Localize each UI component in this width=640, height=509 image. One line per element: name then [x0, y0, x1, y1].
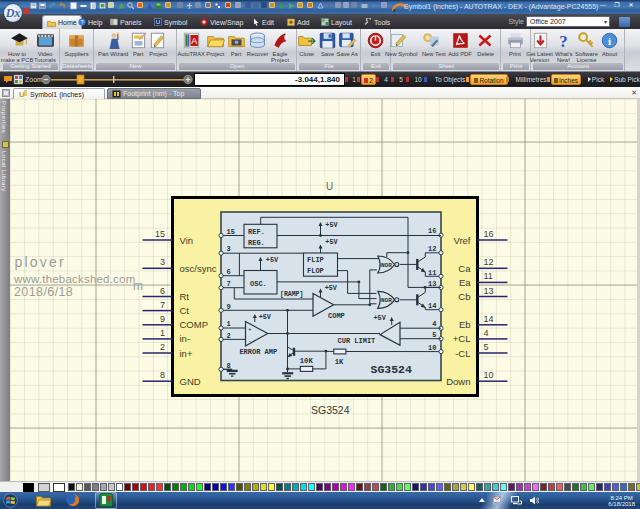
svg-text:8: 8	[227, 362, 231, 370]
svg-text:8: 8	[160, 370, 165, 380]
svg-text:GND: GND	[180, 376, 201, 387]
svg-text:4: 4	[432, 320, 436, 328]
svg-text:ERROR AMP: ERROR AMP	[239, 348, 277, 356]
svg-text:Ca: Ca	[458, 263, 471, 274]
svg-text:COMP: COMP	[328, 312, 345, 320]
svg-text:1: 1	[160, 328, 165, 338]
svg-text:16: 16	[428, 227, 436, 235]
svg-text:14: 14	[484, 314, 494, 324]
svg-text:+: +	[248, 326, 252, 333]
svg-text:2: 2	[160, 342, 165, 352]
svg-text:+CL: +CL	[453, 333, 471, 344]
svg-text:15: 15	[227, 228, 235, 236]
svg-text:16: 16	[484, 229, 494, 239]
svg-text:+5V: +5V	[325, 221, 338, 229]
svg-text:Ea: Ea	[459, 277, 471, 288]
svg-text:12: 12	[484, 257, 494, 267]
svg-text:Vin: Vin	[180, 235, 194, 246]
svg-text:9: 9	[227, 303, 231, 311]
svg-text:osc/sync: osc/sync	[180, 263, 217, 274]
svg-text:?: ?	[80, 19, 83, 25]
svg-text:11: 11	[484, 271, 493, 281]
svg-text:5: 5	[484, 342, 489, 352]
svg-text:FLOP: FLOP	[307, 267, 324, 275]
svg-text:6: 6	[160, 286, 165, 296]
svg-text:Ct: Ct	[180, 305, 190, 316]
svg-text:+5V: +5V	[374, 314, 387, 322]
svg-text:?: ?	[559, 32, 567, 50]
svg-text:13: 13	[484, 286, 494, 296]
svg-text:13: 13	[428, 280, 436, 288]
svg-text:OSC.: OSC.	[250, 280, 267, 288]
svg-text:10: 10	[428, 344, 436, 352]
svg-text:-: -	[248, 338, 252, 345]
svg-text:7: 7	[160, 300, 165, 310]
svg-text:5: 5	[432, 331, 436, 339]
svg-text:FLIP: FLIP	[307, 256, 324, 264]
svg-text:U: U	[156, 19, 160, 25]
svg-text:12: 12	[428, 245, 436, 253]
svg-text:1: 1	[227, 320, 231, 328]
svg-text:6: 6	[227, 268, 231, 276]
svg-text:U: U	[326, 181, 333, 192]
svg-text:SG3524: SG3524	[371, 363, 413, 376]
svg-text:11: 11	[428, 269, 436, 277]
svg-text:Rt: Rt	[180, 291, 190, 302]
svg-text:-CL: -CL	[455, 348, 470, 359]
svg-text:10: 10	[484, 370, 494, 380]
svg-text:in-: in-	[180, 333, 191, 344]
svg-text:2: 2	[227, 332, 231, 340]
svg-text:14: 14	[428, 302, 436, 310]
svg-text:3: 3	[227, 245, 231, 253]
svg-text:REG.: REG.	[248, 239, 265, 247]
svg-text:SG3524: SG3524	[311, 404, 350, 416]
svg-text:+5V: +5V	[259, 313, 272, 321]
svg-text:COMP: COMP	[180, 319, 209, 330]
svg-text:Eb: Eb	[459, 319, 471, 330]
svg-text:Cb: Cb	[458, 291, 470, 302]
svg-text:A: A	[191, 36, 197, 46]
svg-text:NOR: NOR	[381, 262, 392, 269]
svg-text:9: 9	[160, 314, 165, 324]
svg-text:1K: 1K	[335, 358, 344, 366]
svg-text:+5V: +5V	[266, 256, 279, 264]
svg-text:in+: in+	[180, 348, 193, 359]
svg-text:7: 7	[227, 280, 231, 288]
svg-text:i: i	[607, 35, 610, 47]
svg-text:+5V: +5V	[325, 238, 338, 246]
svg-text:10K: 10K	[300, 357, 314, 365]
svg-text:+5V: +5V	[325, 284, 338, 292]
svg-text:Down: Down	[446, 376, 470, 387]
svg-text:15: 15	[155, 229, 165, 239]
svg-text:[RAMP]: [RAMP]	[280, 291, 303, 298]
svg-text:4: 4	[484, 328, 489, 338]
svg-text:Vref: Vref	[453, 235, 470, 246]
svg-text:3: 3	[160, 257, 165, 267]
svg-text:REF.: REF.	[248, 228, 265, 236]
svg-text:CUR LIMIT: CUR LIMIT	[338, 337, 376, 345]
svg-text:NOR: NOR	[381, 297, 392, 304]
